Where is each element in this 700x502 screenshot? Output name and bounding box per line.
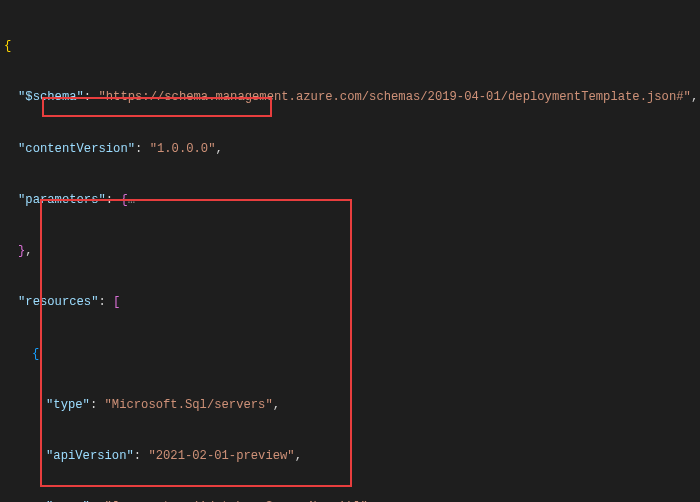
code-line: "type": "Microsoft.Sql/servers", [4, 397, 692, 414]
fold-icon[interactable]: … [128, 193, 135, 207]
code-line: "$schema": "https://schema.management.az… [4, 89, 692, 106]
brace-open: { [4, 39, 11, 53]
json-key: "parameters" [18, 193, 106, 207]
json-key: "resources" [18, 295, 98, 309]
json-key: "type" [46, 398, 90, 412]
code-line: }, [4, 243, 692, 260]
json-string: "1.0.0.0" [150, 142, 216, 156]
json-string: "2021-02-01-preview" [148, 449, 294, 463]
code-line: "resources": [ [4, 294, 692, 311]
json-key: "apiVersion" [46, 449, 134, 463]
code-line: "contentVersion": "1.0.0.0", [4, 141, 692, 158]
code-line: { [4, 346, 692, 363]
json-string: "Microsoft.Sql/servers" [105, 398, 273, 412]
code-editor: { "$schema": "https://schema.management.… [0, 0, 700, 502]
json-key: "$schema" [18, 90, 84, 104]
code-line: { [4, 38, 692, 55]
code-line: "apiVersion": "2021-02-01-preview", [4, 448, 692, 465]
code-line: "parameters": {… [4, 192, 692, 209]
json-string: "https://schema.management.azure.com/sch… [98, 90, 690, 104]
json-key: "contentVersion" [18, 142, 135, 156]
